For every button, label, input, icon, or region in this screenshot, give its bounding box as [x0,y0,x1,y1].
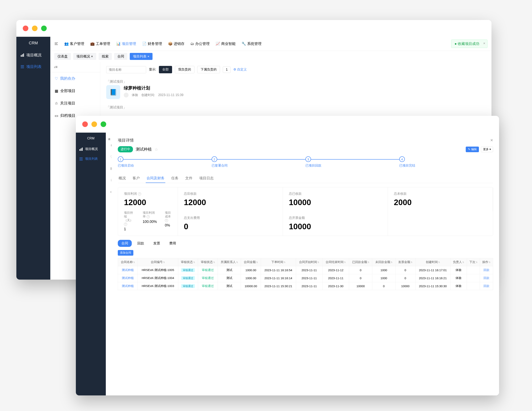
filter-all-btn[interactable]: 全部 [159,66,172,73]
table-header[interactable]: 下单时间⇅ [261,258,296,266]
filter-my-active[interactable]: ♡ 我的在办 [50,72,100,85]
nav-system[interactable]: 🔧系统管理 [242,41,262,46]
sort-icon[interactable]: ⇅ [411,261,412,263]
sort-icon[interactable]: ⇅ [236,261,238,263]
action-link[interactable]: 回款 [484,268,489,272]
project-tag: 「测试项目」 [106,105,485,110]
action-link[interactable]: 回款 [484,284,489,287]
customize-link[interactable]: ⚙ 自定义 [233,67,247,72]
more-button[interactable]: 更多 ▾ [481,147,493,152]
table-header[interactable]: 已回款金额⇅ [349,258,372,266]
table-header[interactable]: 未回款金额⇅ [372,258,395,266]
table-header[interactable]: 负责人⇅ [450,258,467,266]
table-header[interactable]: 操作⇅ [480,258,493,266]
nav-projects[interactable]: 📊项目管理 [116,41,136,46]
svg-rect-10 [81,148,81,151]
table-header[interactable]: 审核状态⇅ [198,258,218,266]
dtab-files[interactable]: 文件 [184,174,193,183]
table-header[interactable]: 合同结束时间⇅ [323,258,349,266]
dtab-tasks[interactable]: 任务 [171,174,179,183]
table-header[interactable]: 合同金额⇅ [241,258,261,266]
svg-rect-9 [79,149,80,151]
menu-toggle-icon[interactable] [54,42,58,46]
cell-paid: 10000 [349,282,372,290]
subtab-payment[interactable]: 回款 [134,240,148,247]
sort-icon[interactable]: ⇅ [256,261,258,263]
svg-rect-2 [23,54,24,57]
star-icon[interactable]: ☆ [154,147,158,152]
sidebar-item-list[interactable]: 项目列表 [76,154,106,164]
sort-icon[interactable]: ⇅ [163,261,165,263]
cell-created: 2023-11-11 16:16:21 [415,274,450,282]
sort-icon[interactable]: ⇅ [344,261,346,263]
tab-dashboard[interactable]: 仪表盘 [54,53,71,60]
window-project-detail: CRM 项目概况 项目列表 仪表盘 ≡ ♡ ⊞ ☆ ▭ [76,116,499,395]
info-icon[interactable]: ? [147,215,150,218]
subtab-expense[interactable]: 费用 [166,240,180,247]
tab-project-list[interactable]: 项目列表 × [130,53,153,60]
minimize-icon[interactable] [91,121,97,127]
sort-icon[interactable]: ⇅ [317,261,319,263]
nav-tickets[interactable]: 💼工单管理 [90,41,110,46]
sort-icon[interactable]: ⇅ [489,261,491,263]
tab-overview[interactable]: 项目概况 × [73,53,96,60]
nav-inventory[interactable]: 📦进销存 [168,41,184,46]
minimize-icon[interactable] [32,26,38,31]
add-contract-button[interactable]: 添加合同 [118,250,133,256]
sort-icon[interactable]: ⇅ [284,261,285,263]
contract-name-link[interactable]: 测试种植 [122,268,134,272]
contract-name-link[interactable]: 测试种植 [122,284,134,287]
info-icon[interactable]: ? [165,219,168,222]
sort-icon[interactable]: ⇅ [133,261,135,263]
edit-button[interactable]: ✎ 编辑 [466,147,479,152]
dtab-customer[interactable]: 客户 [132,174,141,183]
close-icon[interactable]: × [490,137,493,143]
filter-sub-btn[interactable]: 下属负责的 [197,66,220,73]
dtab-overview[interactable]: 概况 [118,174,127,183]
sidebar-item-overview[interactable]: 项目概况 [16,49,50,61]
table-header[interactable]: 创建时间⇅ [415,258,450,266]
subtab-contract[interactable]: 合同 [118,240,132,247]
table-header[interactable]: 所属联系人⇅ [218,258,241,266]
table-header[interactable]: 审核状态⇅ [178,258,198,266]
table-header[interactable]: 下次⇅ [467,258,480,266]
sort-icon[interactable]: ⇅ [462,261,464,263]
table-header[interactable]: 发票金额⇅ [395,258,415,266]
maximize-icon[interactable] [41,26,47,31]
filter-mine-btn[interactable]: 我负责的 [175,66,194,73]
nav-office[interactable]: 🗂办公管理 [190,41,209,46]
nav-finance[interactable]: 📄财务管理 [142,41,162,46]
search-input[interactable] [106,66,146,73]
filter-all[interactable]: ▦ 全部项目 [50,85,100,97]
table-header[interactable]: 合同开始时间⇅ [296,258,323,266]
action-link[interactable]: 回款 [484,276,489,280]
sidebar-item-overview[interactable]: 项目概况 [76,144,106,154]
close-icon[interactable] [23,26,28,31]
project-card[interactable]: 「测试项目」 📘 绿萝种植计划 体验 创建时间: 2023-11- [106,79,485,99]
sort-icon[interactable]: ⇅ [368,261,369,263]
close-icon[interactable]: × [483,41,485,46]
sort-icon[interactable]: ⇅ [213,261,215,263]
sidebar: CRM 项目概况 项目列表 [16,37,50,280]
tab-leads[interactable]: 线索 [99,53,112,60]
filter-starred[interactable]: ☆ 关注项目 [50,97,100,109]
info-icon[interactable]: ? [138,192,141,196]
table-header[interactable]: 合同名称⇅ [118,258,138,266]
tab-contracts[interactable]: 合同 [114,53,127,60]
subtab-invoice[interactable]: 发票 [150,240,164,247]
table-header[interactable]: 合同编号⇅ [138,258,178,266]
sort-icon[interactable]: ⇅ [438,261,440,263]
dtab-contract-finance[interactable]: 合同及财务 [146,174,165,183]
info-icon[interactable]: ? [124,223,127,226]
sort-icon[interactable]: ⇅ [476,261,477,263]
close-icon[interactable] [82,121,88,127]
sort-icon[interactable]: ⇅ [391,261,392,263]
dtab-log[interactable]: 项目日志 [199,174,214,183]
nav-customers[interactable]: 👥客户管理 [64,41,84,46]
sidebar-item-list[interactable]: 项目列表 [16,61,50,73]
filter-collapse[interactable]: ‹≡ [50,62,100,72]
contract-name-link[interactable]: 测试种植 [122,276,134,280]
nav-bi[interactable]: 📈商业智能 [216,41,236,46]
sort-icon[interactable]: ⇅ [193,261,195,263]
maximize-icon[interactable] [101,121,106,127]
